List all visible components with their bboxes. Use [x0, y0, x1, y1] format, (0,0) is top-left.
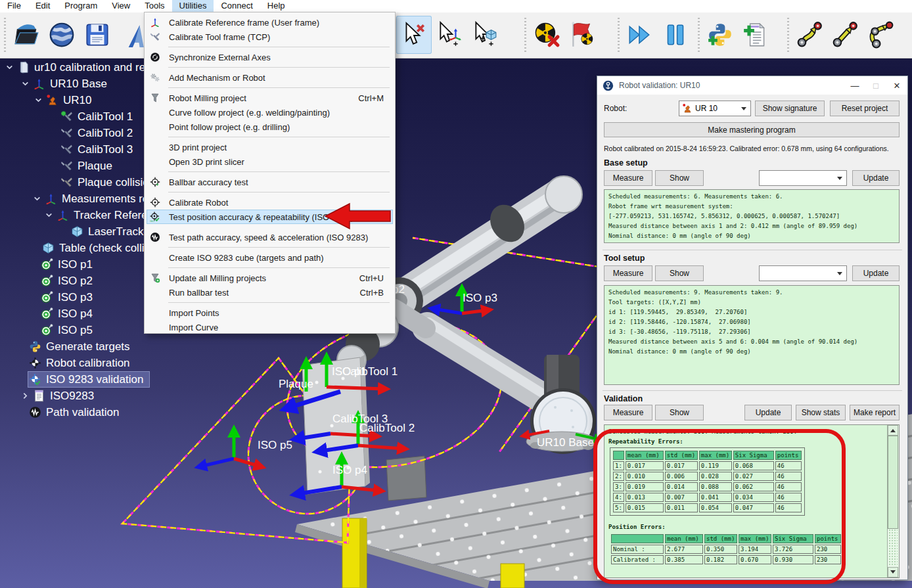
menu-item-ballbar-accuracy-test[interactable]: Ballbar accuracy test: [147, 175, 393, 189]
tree-item-iso-p1[interactable]: ISO p1: [26, 256, 99, 273]
tree-item-iso9283[interactable]: ISO9283: [18, 388, 101, 404]
menu-item-add-mechanism-or-robot[interactable]: Add Mechanism or Robot: [147, 70, 393, 85]
base-update-button[interactable]: Update: [852, 170, 900, 186]
open-library-button[interactable]: [44, 16, 80, 54]
validation-measure-button[interactable]: Measure: [604, 405, 652, 420]
pause-simulation-button[interactable]: [658, 16, 693, 54]
base-show-button[interactable]: Show: [655, 170, 704, 186]
add-joint-move-button[interactable]: [863, 16, 898, 54]
toolbar-group[interactable]: [698, 14, 773, 56]
menu-item-import-curve[interactable]: Import Curve: [147, 320, 393, 334]
menu-item-calibrate-tool-frame-tcp[interactable]: Calibrate Tool frame (TCP): [147, 30, 393, 44]
select-cursor-button[interactable]: [396, 16, 432, 54]
menu-file[interactable]: File: [0, 0, 28, 12]
chevron-down-icon[interactable]: [3, 59, 16, 76]
tree-item-table-check-collis[interactable]: Table (check collis: [28, 240, 156, 256]
tree-item-tracker-refere[interactable]: Tracker Refere: [42, 207, 154, 223]
open-file-button[interactable]: [9, 16, 44, 54]
menu-edit[interactable]: Edit: [28, 0, 57, 12]
toolbar-group[interactable]: [4, 14, 150, 56]
save-button[interactable]: [80, 16, 115, 54]
tool-update-button[interactable]: Update: [852, 265, 900, 281]
validation-update-button[interactable]: Update: [744, 405, 792, 420]
menu-item-open-3d-print-slicer[interactable]: Open 3D print slicer: [147, 154, 393, 169]
make-mastering-program-button[interactable]: Make mastering program: [604, 122, 900, 137]
menu-item-3d-print-project[interactable]: 3D print project: [147, 140, 393, 154]
tree-item-calibtool-3[interactable]: CalibTool 3: [46, 141, 139, 158]
tree-item-iso-9283-validation[interactable]: ISO 9283 validation: [14, 371, 150, 388]
tree-item-calibtool-1[interactable]: CalibTool 1: [46, 108, 139, 125]
chevron-down-icon[interactable]: [42, 207, 55, 223]
make-report-button[interactable]: Make report: [850, 405, 900, 420]
close-button[interactable]: ✕: [886, 76, 907, 95]
move-object-cursor-button[interactable]: [467, 16, 503, 54]
menu-item-import-points[interactable]: Import Points: [147, 305, 393, 320]
base-measure-button[interactable]: Measure: [604, 170, 652, 186]
menu-program[interactable]: Program: [57, 0, 104, 12]
tool-measure-button[interactable]: Measure: [604, 265, 652, 281]
menu-item-update-all-milling-projects[interactable]: Update all Milling projectsCtrl+U: [147, 271, 393, 285]
fast-simulation-button[interactable]: [622, 16, 658, 54]
menu-view[interactable]: View: [104, 0, 137, 12]
tree-item-iso-p2[interactable]: ISO p2: [26, 273, 99, 289]
menu-item-test-position-accuracy-repeatability-iso[interactable]: ISOTest position accuracy & repeatabilit…: [147, 210, 393, 224]
menu-connect[interactable]: Connect: [214, 0, 260, 12]
chevron-right-icon[interactable]: [18, 388, 32, 404]
tree-item-ur10-calibration-and-re[interactable]: ur10 calibration and re: [3, 59, 152, 76]
dialog-titlebar[interactable]: Robot validation: UR10 — □ ✕: [597, 76, 907, 95]
chevron-down-icon[interactable]: [30, 191, 43, 207]
base-combo[interactable]: [759, 170, 847, 186]
add-program-button[interactable]: [738, 16, 773, 54]
toolbar-group[interactable]: [392, 14, 503, 56]
menu-utilities[interactable]: Utilities: [172, 0, 214, 12]
menu-item-point-follow-project-e-g-drilling[interactable]: Point follow project (e.g. drilling): [147, 120, 393, 134]
show-signature-button[interactable]: Show signature: [755, 101, 825, 116]
tree-item-lasertracke[interactable]: LaserTracke: [57, 223, 156, 240]
scroll-up-icon[interactable]: [888, 425, 898, 436]
menu-item-calibrate-robot[interactable]: Calibrate Robot: [147, 195, 393, 210]
add-linear-move-button[interactable]: [827, 16, 863, 54]
menu-tools[interactable]: Tools: [137, 0, 171, 12]
scrollbar-thumb[interactable]: [888, 436, 898, 529]
scrollbar-track[interactable]: [888, 529, 898, 566]
toolbar-group[interactable]: [787, 14, 898, 56]
add-curve-move-button[interactable]: [792, 16, 827, 54]
menu-item-run-ballbar-test[interactable]: Run ballbar testCtrl+B: [147, 285, 393, 300]
tree-item-iso-p5[interactable]: ISO p5: [26, 322, 99, 338]
menu-item-calibrate-reference-frame-user-frame[interactable]: Calibrate Reference frame (User frame): [147, 15, 393, 30]
collision-off-button[interactable]: [529, 16, 564, 54]
check-collisions-button[interactable]: [564, 16, 600, 54]
scroll-down-icon[interactable]: [888, 567, 898, 577]
tool-show-button[interactable]: Show: [655, 265, 704, 281]
reset-project-button[interactable]: Reset project: [830, 101, 900, 116]
move-reference-cursor-button[interactable]: [432, 16, 467, 54]
maximize-button[interactable]: □: [865, 76, 886, 95]
menu-help[interactable]: Help: [260, 0, 292, 12]
tree-item-iso-p4[interactable]: ISO p4: [26, 305, 99, 322]
tree-item-measurements-re[interactable]: Measurements re: [30, 191, 155, 207]
tree-item-plaque-collisio[interactable]: Plaque collisio: [46, 174, 156, 191]
chevron-down-icon[interactable]: [32, 92, 45, 108]
chevron-down-icon[interactable]: [18, 76, 32, 92]
tree-item-path-validation[interactable]: Path validation: [14, 404, 126, 420]
menu-item-synchronize-external-axes[interactable]: Synchronize External Axes: [147, 50, 393, 64]
menu-item-curve-follow-project-e-g-welding-paintin[interactable]: Curve follow project (e.g. welding/paint…: [147, 105, 393, 120]
validation-scrollbar[interactable]: [887, 425, 899, 577]
validation-show-button[interactable]: Show: [655, 405, 704, 420]
tree-item-ur10-base[interactable]: UR10 Base: [18, 76, 114, 92]
tree-item-calibtool-2[interactable]: CalibTool 2: [46, 125, 139, 141]
tree-item-ur10[interactable]: UR10: [32, 92, 98, 108]
toolbar-group[interactable]: [524, 14, 600, 56]
minimize-button[interactable]: —: [844, 76, 865, 95]
toolbar-group[interactable]: [618, 14, 693, 56]
menu-item-robot-milling-project[interactable]: Robot Milling projectCtrl+M: [147, 91, 393, 105]
tree-item-iso-p3[interactable]: ISO p3: [26, 289, 99, 305]
add-python-program-button[interactable]: [702, 16, 738, 54]
tree-item-plaque[interactable]: Plaque: [46, 158, 119, 174]
tree-item-robot-calibration[interactable]: Robot calibration: [14, 355, 137, 371]
menu-item-create-iso-9283-cube-targets-and-path[interactable]: Create ISO 9283 cube (targets and path): [147, 250, 393, 265]
tree-item-generate-targets[interactable]: Generate targets: [14, 338, 137, 355]
tool-combo[interactable]: [759, 265, 847, 281]
show-stats-button[interactable]: Show stats: [796, 405, 846, 420]
robot-select[interactable]: UR 10: [679, 101, 751, 116]
